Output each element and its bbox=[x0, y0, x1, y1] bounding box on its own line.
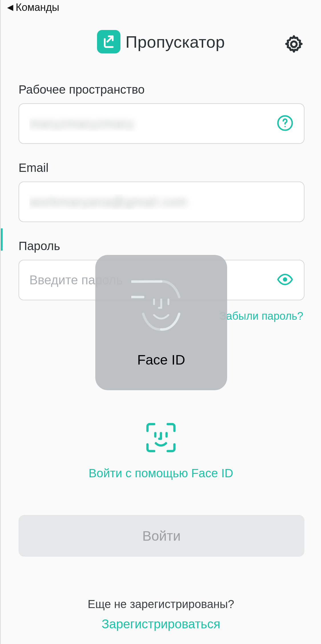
login-button[interactable]: Войти bbox=[19, 515, 304, 557]
app-title: Пропускатор bbox=[126, 32, 225, 51]
back-link[interactable]: ◀ Команды bbox=[7, 1, 59, 13]
faceid-login-button[interactable]: Войти с помощью Face ID bbox=[1, 420, 321, 480]
password-label: Пароль bbox=[19, 239, 304, 253]
workspace-help-button[interactable] bbox=[276, 114, 294, 133]
eye-icon bbox=[276, 271, 294, 289]
email-label: Email bbox=[19, 161, 304, 175]
faceid-popup-label: Face ID bbox=[137, 352, 185, 368]
register-link[interactable]: Зарегистрироваться bbox=[1, 617, 321, 631]
side-indicator bbox=[1, 228, 3, 251]
svg-point-3 bbox=[283, 277, 287, 282]
back-caret-icon: ◀ bbox=[7, 3, 13, 11]
app-logo-icon bbox=[97, 30, 120, 53]
workspace-input[interactable] bbox=[19, 103, 304, 144]
faceid-popup: Face ID bbox=[95, 255, 227, 390]
faceid-icon bbox=[143, 420, 179, 457]
faceid-scan-icon bbox=[131, 275, 191, 337]
svg-point-2 bbox=[284, 126, 286, 127]
register-prompt: Еще не зарегистрированы? bbox=[1, 598, 321, 611]
settings-button[interactable] bbox=[283, 34, 305, 56]
faceid-login-label: Войти с помощью Face ID bbox=[89, 466, 233, 480]
help-icon bbox=[276, 114, 294, 133]
email-input[interactable] bbox=[19, 182, 304, 222]
forgot-password-link[interactable]: Забыли пароль? bbox=[220, 310, 303, 322]
workspace-label: Рабочее пространство bbox=[19, 83, 304, 96]
svg-point-0 bbox=[291, 41, 297, 47]
back-label: Команды bbox=[16, 1, 59, 13]
toggle-password-visibility[interactable] bbox=[276, 271, 294, 289]
gear-icon bbox=[283, 34, 304, 56]
